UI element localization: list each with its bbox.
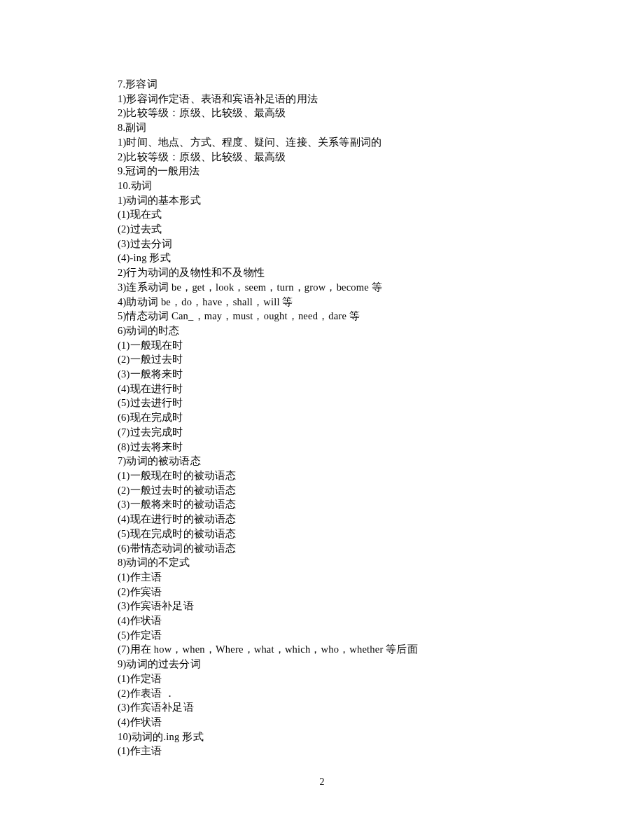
document-line: 9.冠词的一般用法	[118, 164, 644, 179]
document-line: (1)现在式	[118, 207, 644, 222]
document-line: (3)作宾语补足语	[118, 599, 644, 613]
document-line: (4)作状语	[118, 715, 644, 730]
document-line: 2)行为动词的及物性和不及物性	[118, 265, 644, 280]
document-line: 8.副词	[118, 120, 644, 135]
document-line: (6)现在完成时	[118, 410, 644, 425]
document-line: 5)情态动词 Can_，may，must，ought，need，dare 等	[118, 309, 644, 324]
document-line: (5)作定语	[118, 628, 644, 643]
document-line: (3)一般将来时	[118, 367, 644, 382]
document-line: (2)一般过去时的被动语态	[118, 483, 644, 498]
document-line: 7.形容词	[118, 77, 644, 92]
document-line: (4)现在进行时的被动语态	[118, 512, 644, 527]
document-line: (5)现在完成时的被动语态	[118, 527, 644, 541]
document-line: (1)作定语	[118, 672, 644, 686]
document-line: (2)过去式	[118, 222, 644, 237]
document-line: (4)现在进行时	[118, 382, 644, 396]
document-line: 9)动词的过去分词	[118, 657, 644, 672]
document-line: (3)过去分词	[118, 237, 644, 251]
document-line: 2)比较等级：原级、比较级、最高级	[118, 106, 644, 120]
document-line: 8)动词的不定式	[118, 555, 644, 570]
document-line: 3)连系动词 be，get，look，seem，turn，grow，become…	[118, 280, 644, 295]
document-line: 10)动词的.ing 形式	[118, 730, 644, 744]
document-line: (1)作主语	[118, 744, 644, 758]
document-line: (7)过去完成时	[118, 425, 644, 440]
document-line: (1)作主语	[118, 570, 644, 585]
document-line: 10.动词	[118, 179, 644, 193]
document-line: (8)过去将来时	[118, 440, 644, 454]
document-line: (7)用在 how，when，Where，what，which，who，whet…	[118, 642, 644, 657]
document-line: (3)一般将来时的被动语态	[118, 497, 644, 512]
document-line: (1)一般现在时的被动语态	[118, 468, 644, 483]
document-line: (2)一般过去时	[118, 352, 644, 367]
document-line: (4)作状语	[118, 613, 644, 628]
document-line: (3)作宾语补足语	[118, 700, 644, 715]
document-line: (1)一般现在时	[118, 338, 644, 353]
document-line: (6)带情态动词的被动语态	[118, 541, 644, 556]
document-line: 4)助动词 be，do，have，shall，will 等	[118, 295, 644, 310]
document-line: 1)动词的基本形式	[118, 193, 644, 208]
document-line: (4)-ing 形式	[118, 251, 644, 265]
document-line: 1)形容词作定语、表语和宾语补足语的用法	[118, 92, 644, 106]
document-line: 7)动词的被动语态	[118, 454, 644, 468]
document-page: 7.形容词1)形容词作定语、表语和宾语补足语的用法2)比较等级：原级、比较级、最…	[0, 0, 644, 758]
document-line: (5)过去进行时	[118, 396, 644, 410]
document-line: (2)作宾语	[118, 585, 644, 599]
document-line: (2)作表语 ．	[118, 686, 644, 701]
page-number: 2	[0, 777, 644, 788]
document-line: 6)动词的时态	[118, 324, 644, 338]
document-line: 2)比较等级：原级、比较级、最高级	[118, 150, 644, 165]
document-line: 1)时间、地点、方式、程度、疑问、连接、关系等副词的	[118, 135, 644, 150]
